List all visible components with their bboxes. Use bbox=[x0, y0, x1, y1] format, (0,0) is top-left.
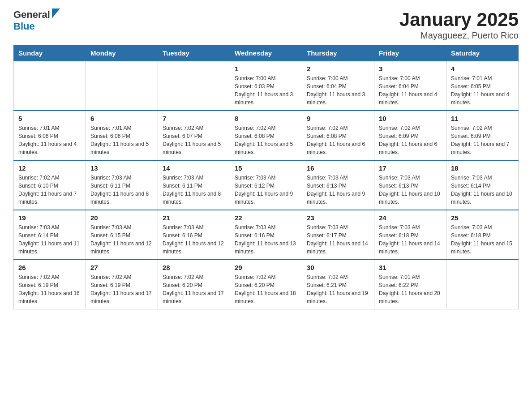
calendar-cell: 16Sunrise: 7:03 AMSunset: 6:13 PMDayligh… bbox=[302, 160, 374, 210]
page-header: General Blue January 2025 Mayagueez, Pue… bbox=[13, 9, 519, 41]
calendar-cell: 22Sunrise: 7:03 AMSunset: 6:16 PMDayligh… bbox=[230, 210, 302, 260]
day-number: 23 bbox=[307, 214, 369, 222]
calendar-cell: 24Sunrise: 7:03 AMSunset: 6:18 PMDayligh… bbox=[374, 210, 446, 260]
day-number: 3 bbox=[379, 65, 442, 73]
day-number: 31 bbox=[379, 264, 442, 271]
day-info: Sunrise: 7:01 AMSunset: 6:22 PMDaylight:… bbox=[379, 273, 442, 305]
calendar-week-row: 1Sunrise: 7:00 AMSunset: 6:03 PMDaylight… bbox=[14, 61, 519, 111]
calendar-cell bbox=[86, 61, 158, 111]
day-number: 28 bbox=[163, 264, 225, 271]
logo: General Blue bbox=[13, 9, 60, 32]
day-number: 6 bbox=[90, 115, 153, 122]
day-info: Sunrise: 7:03 AMSunset: 6:14 PMDaylight:… bbox=[18, 223, 81, 256]
day-info: Sunrise: 7:03 AMSunset: 6:14 PMDaylight:… bbox=[451, 174, 514, 206]
page-title: January 2025 bbox=[399, 9, 519, 30]
logo-triangle-icon bbox=[52, 9, 60, 20]
calendar-cell: 7Sunrise: 7:02 AMSunset: 6:07 PMDaylight… bbox=[158, 111, 230, 160]
calendar-cell: 23Sunrise: 7:03 AMSunset: 6:17 PMDayligh… bbox=[302, 210, 374, 260]
day-number: 5 bbox=[18, 115, 81, 122]
day-number: 26 bbox=[18, 264, 81, 271]
day-number: 11 bbox=[451, 115, 514, 122]
day-number: 4 bbox=[451, 65, 514, 73]
day-number: 27 bbox=[90, 264, 153, 271]
day-info: Sunrise: 7:02 AMSunset: 6:19 PMDaylight:… bbox=[18, 273, 81, 305]
day-number: 20 bbox=[90, 214, 153, 222]
day-number: 9 bbox=[307, 115, 369, 122]
day-info: Sunrise: 7:03 AMSunset: 6:16 PMDaylight:… bbox=[235, 223, 297, 256]
day-info: Sunrise: 7:02 AMSunset: 6:08 PMDaylight:… bbox=[235, 124, 297, 156]
logo-general-text: General bbox=[13, 9, 50, 21]
day-number: 21 bbox=[163, 214, 225, 222]
calendar-cell: 10Sunrise: 7:02 AMSunset: 6:09 PMDayligh… bbox=[374, 111, 446, 160]
day-number: 16 bbox=[307, 164, 369, 172]
day-number: 14 bbox=[163, 164, 225, 172]
calendar-cell: 13Sunrise: 7:03 AMSunset: 6:11 PMDayligh… bbox=[86, 160, 158, 210]
svg-marker-0 bbox=[52, 9, 60, 18]
day-number: 24 bbox=[379, 214, 442, 222]
calendar-cell: 4Sunrise: 7:01 AMSunset: 6:05 PMDaylight… bbox=[446, 61, 519, 111]
weekday-header-saturday: Saturday bbox=[446, 46, 519, 61]
calendar-cell: 17Sunrise: 7:03 AMSunset: 6:13 PMDayligh… bbox=[374, 160, 446, 210]
calendar-cell: 11Sunrise: 7:02 AMSunset: 6:09 PMDayligh… bbox=[446, 111, 519, 160]
day-info: Sunrise: 7:03 AMSunset: 6:15 PMDaylight:… bbox=[90, 223, 153, 256]
day-number: 1 bbox=[235, 65, 297, 73]
calendar-cell: 1Sunrise: 7:00 AMSunset: 6:03 PMDaylight… bbox=[230, 61, 302, 111]
calendar-cell: 25Sunrise: 7:03 AMSunset: 6:18 PMDayligh… bbox=[446, 210, 519, 260]
weekday-header-monday: Monday bbox=[86, 46, 158, 61]
day-number: 29 bbox=[235, 264, 297, 271]
day-info: Sunrise: 7:02 AMSunset: 6:10 PMDaylight:… bbox=[18, 174, 81, 206]
day-number: 13 bbox=[90, 164, 153, 172]
calendar-cell: 6Sunrise: 7:01 AMSunset: 6:06 PMDaylight… bbox=[86, 111, 158, 160]
weekday-header-wednesday: Wednesday bbox=[230, 46, 302, 61]
day-info: Sunrise: 7:03 AMSunset: 6:18 PMDaylight:… bbox=[451, 223, 514, 256]
day-info: Sunrise: 7:02 AMSunset: 6:09 PMDaylight:… bbox=[379, 124, 442, 156]
calendar-cell: 14Sunrise: 7:03 AMSunset: 6:11 PMDayligh… bbox=[158, 160, 230, 210]
day-number: 2 bbox=[307, 65, 369, 73]
day-info: Sunrise: 7:01 AMSunset: 6:06 PMDaylight:… bbox=[90, 124, 153, 156]
day-number: 18 bbox=[451, 164, 514, 172]
day-info: Sunrise: 7:00 AMSunset: 6:04 PMDaylight:… bbox=[307, 74, 369, 107]
day-number: 7 bbox=[163, 115, 225, 122]
logo-blue-text: Blue bbox=[13, 21, 35, 32]
day-number: 25 bbox=[451, 214, 514, 222]
calendar-body: 1Sunrise: 7:00 AMSunset: 6:03 PMDaylight… bbox=[14, 61, 519, 309]
calendar-cell: 8Sunrise: 7:02 AMSunset: 6:08 PMDaylight… bbox=[230, 111, 302, 160]
day-info: Sunrise: 7:00 AMSunset: 6:03 PMDaylight:… bbox=[235, 74, 297, 107]
day-info: Sunrise: 7:02 AMSunset: 6:19 PMDaylight:… bbox=[90, 273, 153, 305]
day-info: Sunrise: 7:02 AMSunset: 6:20 PMDaylight:… bbox=[235, 273, 297, 305]
calendar-cell: 9Sunrise: 7:02 AMSunset: 6:08 PMDaylight… bbox=[302, 111, 374, 160]
calendar-cell: 21Sunrise: 7:03 AMSunset: 6:16 PMDayligh… bbox=[158, 210, 230, 260]
day-info: Sunrise: 7:03 AMSunset: 6:12 PMDaylight:… bbox=[235, 174, 297, 206]
day-number: 22 bbox=[235, 214, 297, 222]
calendar-cell: 27Sunrise: 7:02 AMSunset: 6:19 PMDayligh… bbox=[86, 260, 158, 309]
calendar-week-row: 19Sunrise: 7:03 AMSunset: 6:14 PMDayligh… bbox=[14, 210, 519, 260]
day-info: Sunrise: 7:02 AMSunset: 6:08 PMDaylight:… bbox=[307, 124, 369, 156]
weekday-header-tuesday: Tuesday bbox=[158, 46, 230, 61]
calendar-cell bbox=[14, 61, 86, 111]
calendar-cell: 31Sunrise: 7:01 AMSunset: 6:22 PMDayligh… bbox=[374, 260, 446, 309]
day-info: Sunrise: 7:02 AMSunset: 6:20 PMDaylight:… bbox=[163, 273, 225, 305]
day-number: 10 bbox=[379, 115, 442, 122]
calendar-cell: 15Sunrise: 7:03 AMSunset: 6:12 PMDayligh… bbox=[230, 160, 302, 210]
day-number: 19 bbox=[18, 214, 81, 222]
day-info: Sunrise: 7:03 AMSunset: 6:16 PMDaylight:… bbox=[163, 223, 225, 256]
weekday-row: SundayMondayTuesdayWednesdayThursdayFrid… bbox=[14, 46, 519, 61]
calendar-cell: 28Sunrise: 7:02 AMSunset: 6:20 PMDayligh… bbox=[158, 260, 230, 309]
calendar-cell: 29Sunrise: 7:02 AMSunset: 6:20 PMDayligh… bbox=[230, 260, 302, 309]
day-number: 17 bbox=[379, 164, 442, 172]
day-info: Sunrise: 7:03 AMSunset: 6:11 PMDaylight:… bbox=[163, 174, 225, 206]
calendar-cell: 30Sunrise: 7:02 AMSunset: 6:21 PMDayligh… bbox=[302, 260, 374, 309]
day-number: 30 bbox=[307, 264, 369, 271]
calendar-cell: 18Sunrise: 7:03 AMSunset: 6:14 PMDayligh… bbox=[446, 160, 519, 210]
calendar-cell: 12Sunrise: 7:02 AMSunset: 6:10 PMDayligh… bbox=[14, 160, 86, 210]
day-info: Sunrise: 7:03 AMSunset: 6:17 PMDaylight:… bbox=[307, 223, 369, 256]
calendar-header: SundayMondayTuesdayWednesdayThursdayFrid… bbox=[14, 46, 519, 61]
weekday-header-sunday: Sunday bbox=[14, 46, 86, 61]
calendar-cell: 19Sunrise: 7:03 AMSunset: 6:14 PMDayligh… bbox=[14, 210, 86, 260]
calendar-week-row: 12Sunrise: 7:02 AMSunset: 6:10 PMDayligh… bbox=[14, 160, 519, 210]
calendar-week-row: 26Sunrise: 7:02 AMSunset: 6:19 PMDayligh… bbox=[14, 260, 519, 309]
calendar-table: SundayMondayTuesdayWednesdayThursdayFrid… bbox=[13, 45, 519, 309]
day-info: Sunrise: 7:02 AMSunset: 6:09 PMDaylight:… bbox=[451, 124, 514, 156]
calendar-cell: 5Sunrise: 7:01 AMSunset: 6:06 PMDaylight… bbox=[14, 111, 86, 160]
day-number: 8 bbox=[235, 115, 297, 122]
